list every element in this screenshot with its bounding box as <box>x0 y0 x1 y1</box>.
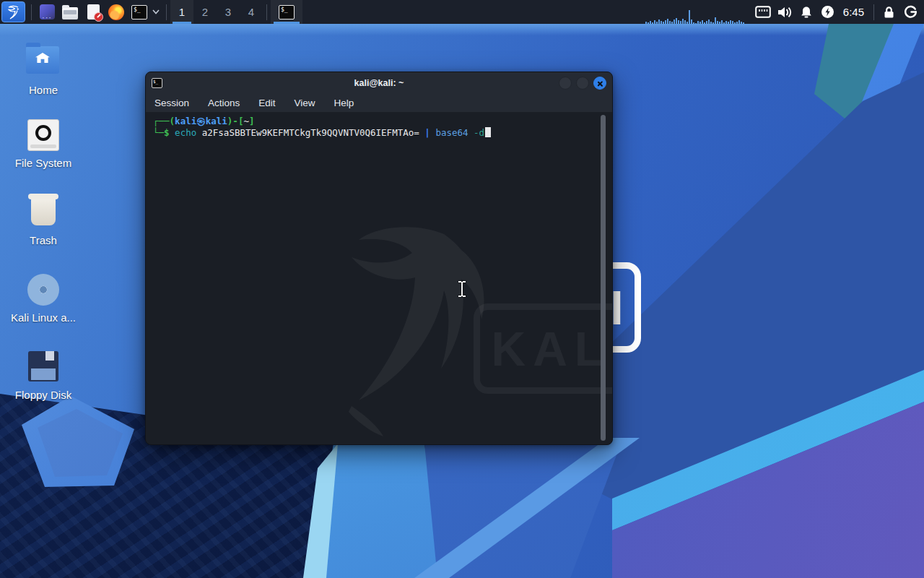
menu-help[interactable]: Help <box>334 98 354 108</box>
terminal-window: $_ kali@kali: ~ Session Actions Edit Vie… <box>145 72 613 445</box>
kali-logo-icon <box>6 5 22 20</box>
kali-watermark-badge: KALI <box>474 303 613 394</box>
terminal-scrollbar[interactable] <box>601 115 606 441</box>
firefox-icon <box>108 4 124 20</box>
desktop-icon-floppy-disk[interactable]: Floppy Disk <box>6 350 81 401</box>
taskbar-terminal-window-button[interactable]: $_ <box>271 0 302 24</box>
wallpaper-light-band <box>0 24 924 35</box>
maximize-button[interactable] <box>576 77 589 90</box>
app-finder-icon <box>40 4 55 20</box>
panel-clock[interactable]: 6:45 <box>843 6 864 18</box>
terminal-launcher-icon: $_ <box>131 5 147 20</box>
tray-lock-screen[interactable] <box>878 0 899 24</box>
cmd-base64: base64 <box>435 127 468 138</box>
lock-icon <box>883 6 895 19</box>
workspace-3[interactable]: 3 <box>217 0 240 24</box>
desktop-icon-label: File System <box>6 157 81 169</box>
launcher-text-editor[interactable] <box>82 1 104 22</box>
panel-separator <box>266 4 267 20</box>
desktop-icon-label: Trash <box>6 234 81 246</box>
workspace-switcher: 1 2 3 4 <box>170 0 263 24</box>
tray-notifications[interactable] <box>796 0 817 24</box>
desktop-icon-label: Floppy Disk <box>6 389 81 401</box>
panel-separator <box>873 4 874 20</box>
prompt-symbol: └─$ <box>153 127 175 138</box>
prompt-line-1: ┌──(kali㉿kali)-[~] <box>153 116 602 127</box>
launcher-file-manager[interactable] <box>59 1 81 22</box>
file-manager-icon <box>62 7 78 20</box>
cmd-pipe: | <box>424 127 430 138</box>
home-folder-icon <box>26 46 61 79</box>
window-menubar: Session Actions Edit View Help <box>146 94 612 113</box>
close-button[interactable] <box>593 77 606 90</box>
tray-network[interactable] <box>752 0 774 24</box>
kali-watermark-text: KALI <box>484 343 614 355</box>
workspace-4[interactable]: 4 <box>240 0 263 24</box>
prompt-mid: )-[ <box>227 116 244 126</box>
mouse-ibeam-cursor <box>456 280 468 298</box>
kali-menu-button[interactable] <box>1 1 25 22</box>
prompt-cwd: ~ <box>243 116 249 126</box>
desktop-icon-kali-linux[interactable]: Kali Linux a... <box>6 273 81 324</box>
panel-separator <box>31 4 32 20</box>
desktop-icon-trash[interactable]: Trash <box>6 195 81 246</box>
cmd-echo: echo <box>175 127 196 138</box>
drive-icon <box>26 119 61 152</box>
power-bolt-icon <box>821 5 834 19</box>
menu-session[interactable]: Session <box>154 98 189 108</box>
tray-power-manager[interactable] <box>817 0 839 24</box>
panel-separator <box>166 4 167 20</box>
volume-icon <box>777 6 792 19</box>
desktop-icon-label: Home <box>6 84 81 96</box>
cmd-flag-d: -d <box>474 127 484 138</box>
menu-view[interactable]: View <box>295 98 315 108</box>
workspace-2[interactable]: 2 <box>193 0 217 24</box>
cmd-arg-base64-string: a2FsaSBBTEw9KEFMTCkgTk9QQVNTV0Q6IEFMTAo= <box>202 127 419 138</box>
launcher-app-finder[interactable] <box>36 1 58 22</box>
desktop-icon-file-system[interactable]: File System <box>6 118 81 169</box>
terminal-cursor <box>485 127 491 137</box>
launcher-terminal[interactable]: $_ <box>128 1 150 22</box>
cd-disc-icon <box>26 274 61 307</box>
minimize-button[interactable] <box>559 77 572 90</box>
chevron-down-icon[interactable] <box>152 9 160 14</box>
terminal-window-icon: $_ <box>279 5 295 20</box>
tray-volume[interactable] <box>774 0 796 24</box>
window-titlebar[interactable]: $_ kali@kali: ~ <box>146 72 612 94</box>
workspace-1[interactable]: 1 <box>170 0 193 24</box>
network-icon <box>755 6 771 18</box>
trash-icon <box>26 197 61 230</box>
window-title: kali@kali: ~ <box>146 78 612 88</box>
text-editor-icon <box>87 4 100 20</box>
terminal-content[interactable]: KALI ┌──(kali㉿kali)-[~] └─$ echo a2FsaSB… <box>146 113 612 445</box>
launcher-firefox[interactable] <box>105 1 127 22</box>
command-line: └─$ echo a2FsaSBBTEw9KEFMTCkgTk9QQVNTV0Q… <box>153 127 602 139</box>
menu-edit[interactable]: Edit <box>258 98 275 108</box>
floppy-icon <box>26 351 61 384</box>
desktop-icon-home[interactable]: Home <box>6 42 81 96</box>
top-panel: $_ 1 2 3 4 $_ <box>0 0 924 24</box>
menu-actions[interactable]: Actions <box>208 98 240 108</box>
desktop: KALI Home File System Trash Kali Linux a… <box>0 0 924 578</box>
prompt-user-host: kali㉿kali <box>175 116 227 126</box>
bell-icon <box>800 6 813 19</box>
desktop-icon-label: Kali Linux a... <box>6 311 81 324</box>
tray-log-out[interactable] <box>899 0 921 24</box>
log-out-icon <box>904 5 918 19</box>
prompt-open: ┌──( <box>153 116 175 126</box>
activity-graph <box>645 9 748 25</box>
prompt-close: ] <box>249 116 255 126</box>
kali-dragon-watermark-icon <box>308 221 489 438</box>
